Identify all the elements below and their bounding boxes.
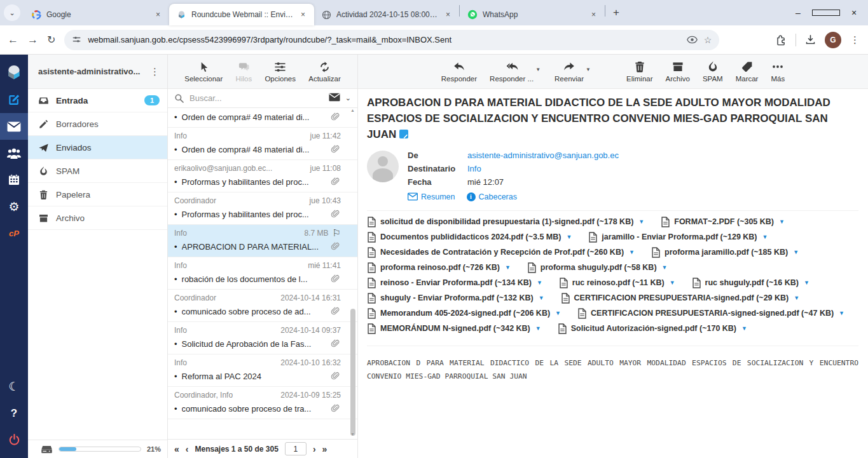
tab-close-icon[interactable]: × xyxy=(589,9,598,20)
attachment-menu-caret-icon[interactable]: ▼ xyxy=(793,249,799,255)
reply-button[interactable]: Responder xyxy=(441,60,477,83)
url-input[interactable] xyxy=(88,35,680,44)
attachment-item[interactable]: MEMORÁNDUM N-signed.pdf (~342 KB) ▼ xyxy=(367,323,541,334)
attachment-item[interactable]: Documentos publididacticos 2024.pdf (~3.… xyxy=(367,232,572,243)
list-item[interactable]: Info jue 11:42 • Orden de compra# 48 mat… xyxy=(168,128,357,160)
download-icon[interactable] xyxy=(805,34,816,45)
contacts-button[interactable] xyxy=(0,140,28,166)
attachment-menu-caret-icon[interactable]: ▼ xyxy=(566,234,572,240)
list-item[interactable]: Coordinador jue 10:43 • Proformas y habi… xyxy=(168,192,357,225)
attachment-item[interactable]: CERTIFICACION PRESUPUESTARIA-signed-sign… xyxy=(577,308,844,319)
first-page-icon[interactable]: « xyxy=(174,444,179,454)
maximize-icon[interactable] xyxy=(812,0,840,25)
list-item[interactable]: Coordinador, Info 2024-10-09 15:25 • com… xyxy=(168,387,357,419)
attachment-menu-caret-icon[interactable]: ▼ xyxy=(638,219,644,225)
list-scrollbar[interactable]: ▲ ▼ xyxy=(349,55,357,458)
attachment-item[interactable]: proforma jaramillo.pdf (~185 KB) ▼ xyxy=(651,247,799,258)
to-address-link[interactable]: Info xyxy=(467,164,481,173)
attachment-item[interactable]: reinoso - Enviar Proforma.pdf (~134 KB) … xyxy=(367,278,542,288)
help-button[interactable]: ? xyxy=(0,400,28,426)
attachment-menu-caret-icon[interactable]: ▼ xyxy=(670,280,675,286)
attachment-menu-caret-icon[interactable]: ▼ xyxy=(505,264,511,271)
refresh-button[interactable]: Actualizar xyxy=(308,61,341,83)
attachment-item[interactable]: FORMAT~2.PDF (~305 KB) ▼ xyxy=(661,217,785,227)
forward-button[interactable]: Reenviar xyxy=(555,60,584,83)
from-address-link[interactable]: asistente-administrativo@sanjuan.gob.ec xyxy=(467,151,619,160)
cpanel-link[interactable]: cP xyxy=(0,220,28,246)
attachment-menu-caret-icon[interactable]: ▼ xyxy=(794,295,799,301)
attachment-menu-caret-icon[interactable]: ▼ xyxy=(555,310,561,316)
summary-button[interactable]: Resumen xyxy=(408,192,455,201)
tab-close-icon[interactable]: × xyxy=(298,9,308,20)
tab-roundcube[interactable]: Roundcube Webmail :: Enviado: × xyxy=(169,4,314,25)
last-page-icon[interactable]: » xyxy=(322,444,327,454)
mail-nav-button[interactable] xyxy=(0,113,28,140)
attachment-item[interactable]: CERTIFICACION PRESUPUESTARIA-signed.pdf … xyxy=(561,293,800,304)
attachment-item[interactable]: ruc reinoso.pdf (~11 KB) ▼ xyxy=(559,278,675,288)
folder-enviados[interactable]: Enviados xyxy=(28,136,167,159)
bookmark-star-icon[interactable]: ☆ xyxy=(704,35,712,45)
reply-all-button[interactable]: Responder ... xyxy=(490,60,534,83)
folder-papelera[interactable]: Papelera xyxy=(28,183,167,206)
spam-button[interactable]: SPAM xyxy=(703,60,723,83)
tab-search-icon[interactable]: ⌄ xyxy=(4,4,20,21)
edit-subject-icon[interactable] xyxy=(399,130,408,138)
attachment-item[interactable]: Solicitud Autorización-signed.pdf (~170 … xyxy=(558,323,747,334)
browser-menu-icon[interactable]: ⋮ xyxy=(850,34,860,46)
address-bar[interactable]: ☆ xyxy=(64,30,719,50)
logout-button[interactable] xyxy=(0,426,28,453)
page-number-input[interactable] xyxy=(285,442,307,455)
folder-spam[interactable]: SPAM xyxy=(28,159,167,183)
delete-button[interactable]: Eliminar xyxy=(626,60,653,83)
folder-borradores[interactable]: Borradores xyxy=(28,112,167,136)
attachment-item[interactable]: proforma reinoso.pdf (~726 KB) ▼ xyxy=(367,262,511,273)
new-tab-button[interactable]: + xyxy=(605,6,627,19)
attachment-item[interactable]: shuguly - Enviar Proforma.pdf (~132 KB) … xyxy=(367,293,544,304)
attachment-menu-caret-icon[interactable]: ▼ xyxy=(779,219,785,225)
folder-archivo[interactable]: Archivo xyxy=(28,206,167,230)
list-item[interactable]: Coordinador 2024-10-14 16:31 • comunicad… xyxy=(168,290,357,322)
reload-icon[interactable]: ↻ xyxy=(47,34,55,46)
list-item[interactable]: Info 2024-10-14 09:37 • Solicitud de Apr… xyxy=(168,322,357,354)
attachment-menu-caret-icon[interactable]: ▼ xyxy=(839,310,844,316)
reply-all-caret-icon[interactable]: ▼ xyxy=(535,67,541,72)
back-icon[interactable]: ← xyxy=(8,34,18,46)
next-page-icon[interactable]: › xyxy=(313,444,316,454)
flag-icon[interactable]: ⚐ xyxy=(333,227,341,239)
settings-button[interactable]: ⚙ xyxy=(0,193,28,220)
compose-button[interactable] xyxy=(0,86,28,113)
options-button[interactable]: Opciones xyxy=(265,61,296,83)
attachment-menu-caret-icon[interactable]: ▼ xyxy=(537,280,542,286)
mark-button[interactable]: Marcar xyxy=(736,60,759,83)
folder-entrada[interactable]: Entrada 1 xyxy=(28,89,167,112)
tab-close-icon[interactable]: × xyxy=(443,9,453,20)
list-item[interactable]: Info 2024-10-10 16:32 • Reforma al PAC 2… xyxy=(168,354,357,387)
close-icon[interactable]: × xyxy=(840,0,868,25)
dark-mode-button[interactable]: ☾ xyxy=(0,373,28,400)
extensions-icon[interactable] xyxy=(776,34,787,46)
calendar-button[interactable] xyxy=(0,166,28,193)
minimize-icon[interactable]: – xyxy=(784,0,812,25)
folder-options-icon[interactable]: ⋮ xyxy=(148,66,162,77)
list-item[interactable]: Info 8.7 MB ⚐ • APROBACION D PARA MATERI… xyxy=(168,225,357,257)
forward-icon[interactable]: → xyxy=(27,34,38,46)
attachment-menu-caret-icon[interactable]: ▼ xyxy=(662,264,668,271)
tab-google[interactable]: Google × xyxy=(24,4,169,25)
attachment-item[interactable]: Memorandum 405-2024-signed.pdf (~206 KB)… xyxy=(367,308,561,319)
more-button[interactable]: Más xyxy=(771,60,785,83)
attachment-item[interactable]: jaramillo - Enviar Proforma.pdf (~129 KB… xyxy=(588,232,768,243)
forward-caret-icon[interactable]: ▼ xyxy=(586,67,591,72)
list-item[interactable]: • Orden de compra# 49 material di... xyxy=(168,108,357,128)
attachment-item[interactable]: Necesidades de Contratación y Recepción … xyxy=(367,247,635,258)
threads-button[interactable]: Hilos xyxy=(236,61,252,83)
site-info-icon[interactable] xyxy=(72,35,81,44)
headers-button[interactable]: i Cabeceras xyxy=(467,192,517,201)
archive-button[interactable]: Archivo xyxy=(666,60,690,83)
reading-mode-eye-icon[interactable] xyxy=(687,36,698,44)
attachment-menu-caret-icon[interactable]: ▼ xyxy=(535,325,541,332)
attachment-menu-caret-icon[interactable]: ▼ xyxy=(804,280,809,286)
attachment-menu-caret-icon[interactable]: ▼ xyxy=(741,325,747,332)
attachment-item[interactable]: solicitud de disponibilidad presupuestar… xyxy=(367,217,644,227)
tab-close-icon[interactable]: × xyxy=(153,9,163,20)
search-scope-icon[interactable] xyxy=(329,93,340,104)
